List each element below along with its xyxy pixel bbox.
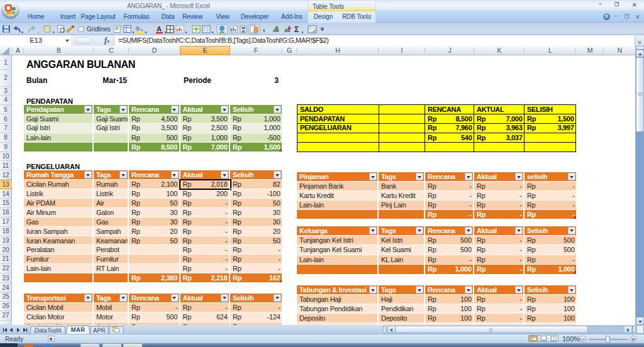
svg-text:A: A — [157, 25, 162, 33]
svg-text:.00: .00 — [272, 28, 279, 33]
svg-text:,: , — [263, 24, 265, 33]
svg-text:Σ: Σ — [294, 25, 299, 34]
